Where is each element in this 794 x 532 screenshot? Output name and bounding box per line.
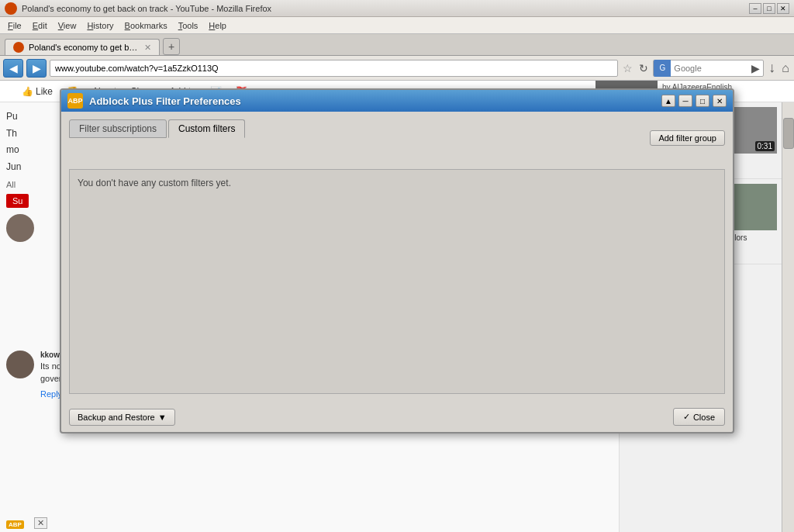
home-icon[interactable]: ⌂ (780, 61, 791, 75)
back-button[interactable]: ◀ (3, 59, 23, 78)
dialog-up-button[interactable]: ▲ (661, 95, 675, 107)
menu-view[interactable]: View (54, 19, 81, 32)
maximize-button[interactable]: □ (763, 3, 775, 14)
dialog-body: Filter subscriptions Custom filters Add … (61, 112, 733, 402)
dialog-window-controls[interactable]: ▲ ─ □ ✕ (661, 95, 727, 107)
title-bar: Poland's economy to get back on track - … (0, 0, 794, 17)
firefox-icon (5, 2, 17, 15)
tab-favicon (13, 42, 24, 53)
window-controls[interactable]: – □ ✕ (749, 3, 789, 14)
filter-subscriptions-tab[interactable]: Filter subscriptions (69, 119, 167, 138)
reload-icon[interactable]: ↻ (637, 62, 650, 74)
bookmark-star-icon[interactable]: ☆ (621, 62, 634, 74)
active-tab[interactable]: Poland's economy to get back on t... ✕ (5, 39, 160, 55)
address-input[interactable] (50, 60, 618, 77)
add-filter-group-button[interactable]: Add filter group (650, 130, 725, 146)
address-bar: ◀ ▶ ☆ ↻ G ▶ ↓ ⌂ (0, 56, 794, 81)
dialog-footer: Backup and Restore ▼ ✓ Close (61, 402, 733, 432)
backup-label: Backup and Restore (78, 413, 155, 422)
new-tab-button[interactable]: + (163, 38, 180, 55)
menu-edit[interactable]: Edit (28, 19, 52, 32)
tab-bar: Poland's economy to get back on t... ✕ + (0, 34, 794, 56)
custom-filters-tab[interactable]: Custom filters (168, 119, 245, 138)
window-title: Poland's economy to get back on track - … (22, 4, 271, 13)
backup-restore-button[interactable]: Backup and Restore ▼ (69, 409, 175, 426)
dialog-abp-icon: ABP (67, 93, 83, 109)
close-checkmark-icon: ✓ (683, 412, 690, 422)
search-box: G ▶ (653, 60, 764, 77)
close-label: Close (693, 413, 715, 422)
browser-content: 👍 Like 👎 About Share Add to 📊 🚩 (0, 81, 794, 532)
no-filters-message: You don't have any custom filters yet. (78, 178, 231, 188)
adblock-dialog: ABP Adblock Plus Filter Preferences ▲ ─ … (60, 88, 734, 434)
abp-close-button[interactable]: ✕ (34, 517, 47, 529)
menu-help[interactable]: Help (204, 19, 231, 32)
dialog-overlay: ABP Adblock Plus Filter Preferences ▲ ─ … (0, 81, 794, 532)
search-engine-icon: G (654, 60, 671, 77)
close-button[interactable]: ✕ (777, 3, 789, 14)
dialog-title-section: ABP Adblock Plus Filter Preferences (67, 93, 241, 109)
backup-dropdown-icon: ▼ (158, 413, 167, 422)
search-input[interactable] (671, 64, 748, 73)
dialog-titlebar: ABP Adblock Plus Filter Preferences ▲ ─ … (61, 90, 733, 112)
minimize-button[interactable]: – (749, 3, 761, 14)
menu-history[interactable]: History (82, 19, 118, 32)
menu-tools[interactable]: Tools (174, 19, 203, 32)
menu-bookmarks[interactable]: Bookmarks (120, 19, 172, 32)
forward-button[interactable]: ▶ (26, 59, 47, 78)
abp-badge: ABP (6, 520, 24, 529)
tab-label: Poland's economy to get back on t... (29, 43, 140, 52)
menu-bar: File Edit View History Bookmarks Tools H… (0, 17, 794, 34)
close-dialog-button[interactable]: ✓ Close (673, 408, 725, 426)
search-go-icon[interactable]: ▶ (748, 62, 763, 74)
dialog-maximize-button[interactable]: □ (696, 95, 709, 107)
filter-tabs: Filter subscriptions Custom filters (69, 119, 245, 138)
dialog-tabs-row: Filter subscriptions Custom filters Add … (69, 119, 725, 146)
filter-list-area: You don't have any custom filters yet. (69, 169, 725, 394)
dialog-minimize-button[interactable]: ─ (678, 95, 692, 107)
download-icon[interactable]: ↓ (767, 60, 777, 76)
menu-file[interactable]: File (3, 19, 26, 32)
dialog-close-button[interactable]: ✕ (713, 95, 727, 107)
tab-close-icon[interactable]: ✕ (144, 43, 151, 53)
dialog-title-text: Adblock Plus Filter Preferences (89, 95, 241, 107)
